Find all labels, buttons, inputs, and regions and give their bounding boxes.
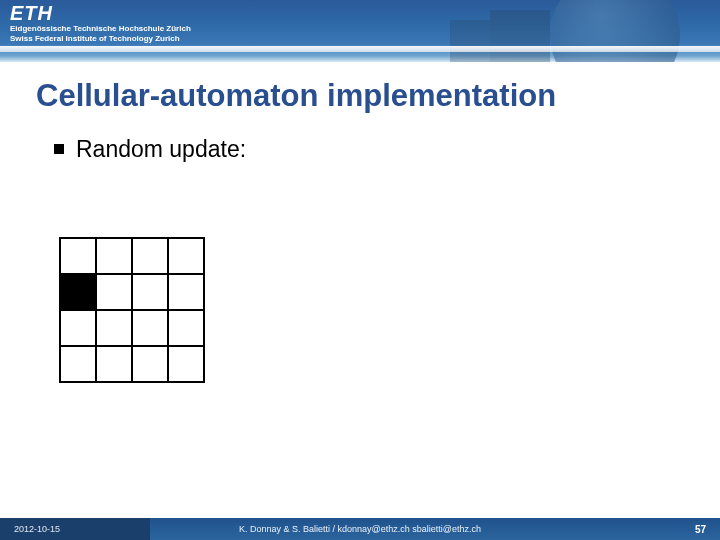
grid-cell-filled [59, 273, 97, 311]
bullet-square-icon [54, 144, 64, 154]
grid-cell [95, 345, 133, 383]
grid-cell [59, 345, 97, 383]
grid-cell [167, 345, 205, 383]
eth-logo-text: ETH [10, 2, 53, 24]
grid-cell [167, 273, 205, 311]
header-skyline [420, 0, 720, 62]
grid-cell [131, 345, 169, 383]
eth-logo: ETH [10, 2, 53, 25]
header-tagline-2: Swiss Federal Institute of Technology Zu… [10, 34, 180, 43]
header-dome-icon [550, 0, 680, 62]
header-building-icon [490, 10, 550, 62]
bullet-item: Random update: [54, 136, 720, 163]
grid-cell [167, 309, 205, 347]
grid-cell [131, 273, 169, 311]
header-divider [0, 46, 720, 52]
bullet-text: Random update: [76, 136, 246, 163]
grid-cell [59, 237, 97, 275]
header-tagline-1: Eidgenössische Technische Hochschule Zür… [10, 24, 191, 33]
header-building-icon [450, 20, 490, 62]
grid-cell [131, 237, 169, 275]
grid-cell [131, 309, 169, 347]
slide-title: Cellular-automaton implementation [36, 78, 720, 114]
grid-cell [167, 237, 205, 275]
footer-credits: K. Donnay & S. Balietti / kdonnay@ethz.c… [0, 518, 720, 540]
cellular-grid [60, 238, 204, 382]
grid-cell [95, 237, 133, 275]
grid-cell [59, 309, 97, 347]
grid-cell [95, 273, 133, 311]
slide-footer: 2012-10-15 K. Donnay & S. Balietti / kdo… [0, 518, 720, 540]
footer-page-number: 57 [695, 518, 706, 540]
slide-header: ETH Eidgenössische Technische Hochschule… [0, 0, 720, 62]
slide: ETH Eidgenössische Technische Hochschule… [0, 0, 720, 540]
grid-cell [95, 309, 133, 347]
